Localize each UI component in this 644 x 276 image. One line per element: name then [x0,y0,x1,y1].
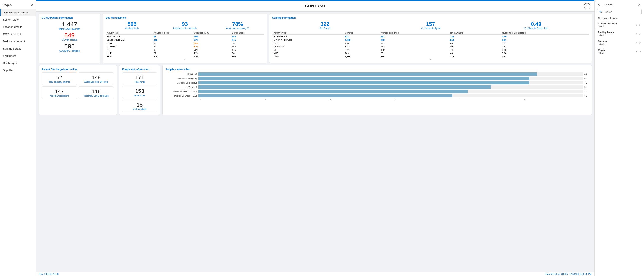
filter-section-label: Filters on all pages [595,16,644,20]
covid-pui-num: 898 [42,43,97,50]
filter-expand-button[interactable]: ∨ [636,50,638,53]
filters-title: Filters [602,3,612,7]
supplies-card: Supplies Information N-95 (SM) 4.4Duckbi… [162,65,592,115]
covid-total-num: 1,447 [42,21,97,28]
occupancy-num: 78% [211,21,264,27]
filter-expand-button[interactable]: ∨ [636,23,638,26]
bar-row: N-95 (SM) 4.4 [166,73,589,76]
equipment-stats-grid: 171 Total Vents 153 Vents in use 18 Vent… [122,73,157,112]
discharge-stats-grid: 62 Total long stay patients 149 Anticipa… [42,73,114,99]
filters-close-button[interactable]: ✕ [638,3,641,7]
covid-total-label: Total COVID patients [42,28,97,30]
occupancy-stat: 78% Acute care occupancy % [211,21,264,30]
staffing-top-stats: 322 ICU Census 157 ICU Nurses Assigned 0… [272,21,589,30]
search-input[interactable] [604,10,640,14]
anticipated-num: 149 [80,74,112,81]
yesterday-predictions-label: Yesterday predictions [44,95,75,97]
bed-table-scroll-down[interactable]: ▼ [106,58,264,61]
acute-beds-num: 93 [158,21,211,27]
vents-available-num: 18 [124,102,155,108]
staff-col-census: Census [344,31,380,35]
vents-available-label: Vents Available [124,108,155,110]
dashboard: COVID Patient Information 1,447 Total CO… [36,12,594,272]
filter-clear-button[interactable]: ◇ [639,23,641,26]
yesterday-predictions-num: 147 [44,88,75,95]
filter-item: Region is (All) ∨ ◇ [595,47,644,56]
sidebar-nav: System at a glanceSystem viewLocation de… [0,9,36,74]
bar-row: Duckbill w/ Shield (SM) 4.3 [166,77,589,80]
info-button[interactable]: i [584,3,590,10]
filters-search-box[interactable]: 🔍 [597,9,642,15]
table-row: NF 242 132 49 0.55 [272,48,589,52]
bar-row: Masks w/ Shield (TCHNL) 3.5 [166,90,589,93]
staffing-table-scroll-down[interactable]: ▼ [272,58,589,61]
sidebar-item-staffing-details[interactable]: Staffing details [0,45,36,52]
staffing-table: Acuity Type Census Nurses assigned RN pa… [272,31,589,58]
icu-census-stat: 322 ICU Census [272,21,378,30]
available-beds-stat: 505 Available beds [106,21,158,30]
acute-beds-label: Available acute care beds [158,27,211,30]
icu-nurses-stat: 157 ICU Nurses Assigned [378,21,483,30]
sidebar-item-system-at-a-glance[interactable]: System at a glance [0,9,36,16]
vents-in-use-label: Vents in use [124,94,155,97]
sidebar-item-supplies[interactable]: Supplies [0,67,36,74]
icu-ratio-num: 0.49 [483,21,589,27]
table-row: NF 93 72% 145 [106,48,264,52]
table-row-total: Total 1,680 856 376 0.51 [272,55,589,58]
vents-in-use-stat: 153 Vents in use [122,86,157,99]
icu-nurses-num: 157 [378,21,483,27]
equipment-card: Equipment Information 171 Total Vents 15… [119,65,160,115]
table-row: ⊟ Non-Acute Care 1,358 699 254 0.51 [272,38,589,42]
bed-top-stats: 505 Available beds 93 Available acute ca… [106,21,264,30]
table-row: GENSURG 47 87% 155 [106,45,264,48]
available-beds-num: 505 [106,21,158,27]
sidebar-header: Pages ✕ [0,0,36,9]
table-row: NUR 149 89 48 0.60 [272,52,589,55]
bar-row: N-95 (REG) 3.8 [166,86,589,89]
bar-row: Masks w/ Shield (TIE) 4.3 [166,81,589,84]
covid-pui-stat: 898 COVID PUI pending [42,43,97,52]
table-row: GENSURG 313 132 40 0.42 [272,45,589,48]
table-row-total: Total 505 77% 800 [106,55,264,58]
sidebar-item-discharges[interactable]: Discharges [0,60,36,67]
filter-expand-button[interactable]: ∨ [636,32,638,35]
bed-table: Acuity Type Available beds Occupancy % S… [106,31,264,58]
total-vents-num: 171 [124,74,155,81]
staffing-card-title: Staffing Information [272,16,589,19]
yesterday-actual-stat: 116 Yesterday actual discharge [78,87,114,99]
covid-pui-label: COVID PUI pending [42,50,97,52]
bar-axis: 012345 [200,99,589,101]
covid-positive-num: 549 [42,32,97,39]
occupancy-label: Acute care occupancy % [211,27,264,30]
filter-item: System is (All) ∨ ◇ [595,38,644,47]
filter-clear-button[interactable]: ◇ [639,32,641,35]
sidebar-item-system-view[interactable]: System view [0,16,36,23]
filter-item: COVID Location is (All) ∨ ◇ [595,20,644,29]
total-vents-label: Total Vents [124,81,155,83]
table-row: CCU 30 85% 85 [106,42,264,45]
footer-refresh: Data refreshed: (GMT) 4/15/2020 2:26:38 … [545,273,592,275]
filter-clear-button[interactable]: ◇ [639,41,641,44]
top-bar: CONTOSO i [36,1,594,12]
search-icon: 🔍 [599,10,602,14]
row-1: COVID Patient Information 1,447 Total CO… [38,14,592,63]
sidebar-item-equipment[interactable]: Equipment [0,52,36,60]
available-beds-label: Available beds [106,27,158,30]
sidebar-close-button[interactable]: ✕ [31,3,34,7]
table-row: NUR 61 71% 30 [106,52,264,55]
filter-expand-button[interactable]: ∨ [636,41,638,44]
staff-col-rn: RN partners [449,31,501,35]
acute-beds-stat: 93 Available acute care beds [158,21,211,30]
bed-card-title: Bed Management [106,16,264,19]
sidebar-item-bed-management[interactable]: Bed management [0,38,36,45]
vents-available-stat: 18 Vents Available [122,100,157,112]
filter-clear-button[interactable]: ◇ [639,50,641,53]
main-area: CONTOSO i COVID Patient Information 1,44… [36,0,594,276]
sidebar-item-covid-patients[interactable]: COVID patients [0,31,36,38]
bed-col-surge: Surge Beds [231,31,264,35]
sidebar-item-location-details[interactable]: Location details [0,23,36,31]
yesterday-predictions-stat: 147 Yesterday predictions [42,87,77,99]
covid-positive-stat: 549 COVID positive [42,32,97,41]
long-stay-stat: 62 Total long stay patients [42,73,77,85]
equipment-card-title: Equipment Information [122,68,157,71]
